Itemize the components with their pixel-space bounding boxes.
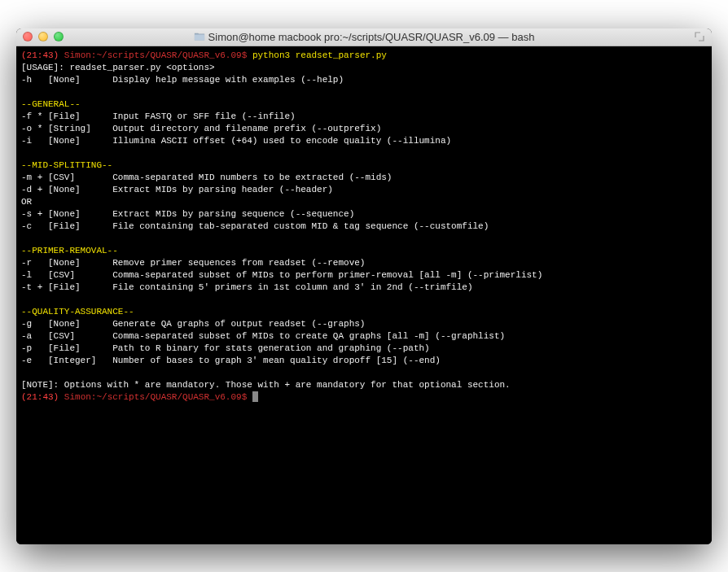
output-line: -e [Integer] Number of bases to graph 3'… xyxy=(21,356,441,365)
close-button[interactable] xyxy=(23,32,33,41)
output-line: -g [None] Generate QA graphs of output r… xyxy=(21,319,365,329)
output-line: -d + [None] Extract MIDs by parsing head… xyxy=(21,185,333,194)
output-line: [USAGE]: readset_parser.py <options> xyxy=(21,63,215,72)
terminal-window: Simon@home macbook pro:~/scripts/QUASR/Q… xyxy=(16,28,712,544)
window-title: Simon@home macbook pro:~/scripts/QUASR/Q… xyxy=(16,31,712,43)
output-line: -p [File] Path to R binary for stats gen… xyxy=(21,343,430,353)
output-line: -f * [File] Input FASTQ or SFF file (--i… xyxy=(21,111,296,121)
output-line: -m + [CSV] Comma-separated MID numbers t… xyxy=(21,172,392,182)
output-line: -l [CSV] Comma-separated subset of MIDs … xyxy=(21,270,542,280)
output-line: -o * [String] Output directory and filen… xyxy=(21,124,381,133)
output-line: -t + [File] File containing 5' primers i… xyxy=(21,282,473,292)
window-title-text: Simon@home macbook pro:~/scripts/QUASR/Q… xyxy=(208,31,535,43)
traffic-lights xyxy=(23,32,64,41)
output-line: -s + [None] Extract MIDs by parsing sequ… xyxy=(21,209,354,219)
section-header: --GENERAL-- xyxy=(21,99,81,109)
titlebar[interactable]: Simon@home macbook pro:~/scripts/QUASR/Q… xyxy=(16,28,712,46)
folder-icon xyxy=(194,31,205,42)
output-line: [NOTE]: Options with * are mandatory. Th… xyxy=(21,380,511,390)
output-line: -i [None] Illumina ASCII offset (+64) us… xyxy=(21,136,451,146)
prompt-time: (21:43) xyxy=(21,50,59,60)
cursor xyxy=(252,391,258,402)
prompt-path: Simon:~/scripts/QUASR/QUASR_v6.09$ xyxy=(64,392,247,402)
prompt-time: (21:43) xyxy=(21,392,59,402)
prompt-path: Simon:~/scripts/QUASR/QUASR_v6.09$ xyxy=(64,50,247,60)
output-line: -c [File] File containing tab-separated … xyxy=(21,221,489,231)
section-header: --QUALITY-ASSURANCE-- xyxy=(21,307,134,317)
zoom-button[interactable] xyxy=(54,32,64,41)
section-header: --PRIMER-REMOVAL-- xyxy=(21,246,118,255)
section-header: --MID-SPLITTING-- xyxy=(21,160,112,170)
command-text: python3 readset_parser.py xyxy=(252,50,387,60)
output-line: -r [None] Remove primer sequences from r… xyxy=(21,258,365,268)
output-line: -a [CSV] Comma-separated subset of MIDs … xyxy=(21,331,505,341)
terminal-viewport[interactable]: (21:43) Simon:~/scripts/QUASR/QUASR_v6.0… xyxy=(16,46,712,544)
expand-icon[interactable] xyxy=(694,31,705,42)
output-line: -h [None] Display help message with exam… xyxy=(21,75,344,85)
output-line: OR xyxy=(21,197,32,207)
minimize-button[interactable] xyxy=(38,32,48,41)
